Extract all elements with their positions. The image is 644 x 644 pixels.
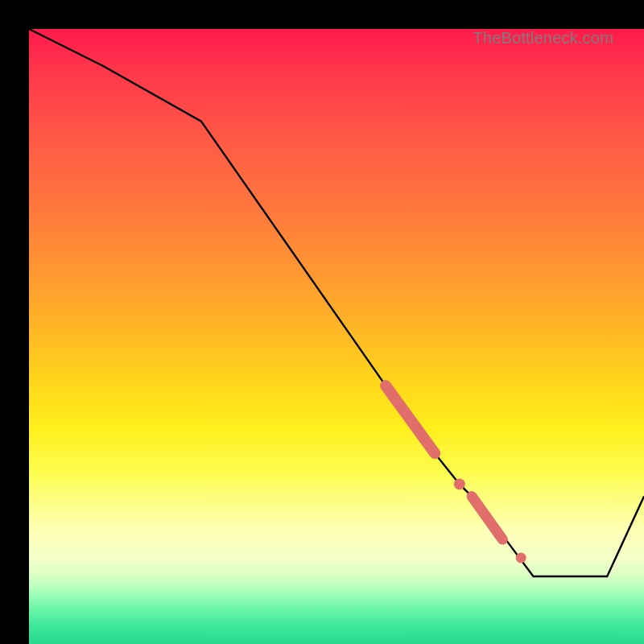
highlight-segment-2 — [472, 497, 502, 540]
highlight-dot-2 — [516, 553, 526, 564]
chart-frame: TheBottleneck.com — [0, 0, 644, 644]
highlight-dot-1 — [454, 478, 465, 489]
plot-area — [29, 29, 644, 644]
curve-path — [29, 29, 644, 576]
watermark-text: TheBottleneck.com — [473, 29, 613, 47]
bottleneck-curve — [29, 29, 644, 644]
highlight-segment-1 — [386, 386, 435, 453]
